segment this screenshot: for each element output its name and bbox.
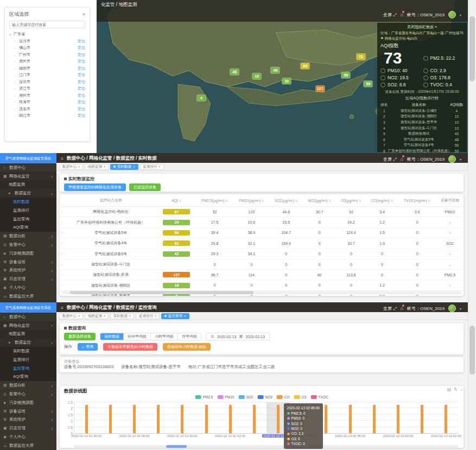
sidebar-item-数据中心[interactable]: ⌂数据中心 (0, 163, 56, 172)
chevron-down-icon[interactable]: ▾ (460, 157, 461, 161)
table-horizontal-scrollbar[interactable] (62, 291, 461, 294)
ranking-row[interactable]: 2微型站测试设备-潮阳区10 (380, 114, 464, 120)
tree-city-row[interactable]: ›珠海市定位 (9, 99, 85, 106)
sidebar-item-系统维护[interactable]: ⚙系统维护∨ (0, 267, 56, 275)
aqi-map-marker[interactable]: 4 (197, 95, 206, 101)
tab-监测排行[interactable]: 监测排行▾ (136, 313, 160, 319)
hamburger-icon[interactable]: ≡ (61, 156, 64, 161)
sidebar-item-地图监测[interactable]: 地图监测 (0, 181, 56, 189)
legend-item-CO[interactable]: CO (277, 395, 290, 399)
sidebar-item-监控查询[interactable]: 监控查询 (0, 215, 56, 224)
sidebar-item-数据分析[interactable]: ▤数据分析∨ (0, 232, 56, 240)
tab-地图监测[interactable]: 地图监测▾ (85, 313, 109, 319)
tree-city-row[interactable]: ›惠州市定位 (9, 58, 85, 65)
expand-icon[interactable]: › (61, 231, 62, 234)
tree-city-row[interactable]: ›茂名市定位 (9, 106, 85, 113)
locate-link[interactable]: 定位 (78, 106, 85, 112)
table-row[interactable]: ›微型站测试设备-斗门区0000000- (60, 259, 464, 269)
sidebar-item-AQI查询[interactable]: AQI查询 (0, 373, 56, 382)
sidebar-item-网格化监管[interactable]: ▦网格化监管∧ (0, 172, 56, 181)
bar-co[interactable] (421, 405, 423, 433)
aqi-map-marker[interactable]: 10 (252, 73, 261, 79)
tab-实时数据[interactable]: 实时数据▾ (110, 313, 134, 319)
bar-co[interactable] (157, 405, 160, 433)
bar-co[interactable] (229, 405, 232, 433)
legend-item-PM10[interactable]: PM10 (217, 395, 234, 399)
bar-co[interactable] (325, 405, 327, 433)
tab-监测排行[interactable]: 监测排行▾ (140, 164, 164, 170)
bar-co[interactable] (445, 405, 447, 433)
expand-icon[interactable]: › (61, 283, 62, 287)
sidebar-item-告警中心[interactable]: ◎告警中心∨ (0, 240, 56, 249)
table-row[interactable]: ›空气站测试设备6号4229.334.100000- (60, 249, 464, 259)
bar-co[interactable] (373, 405, 376, 433)
mode-option-实时数据[interactable]: 实时数据 (100, 333, 124, 340)
tab-监控查询[interactable]: 监控查询× (161, 313, 189, 319)
sidebar-item-监测排行[interactable]: 监测排行 (0, 206, 56, 215)
sidebar-item-AQI查询[interactable]: AQI查询 (0, 224, 56, 232)
bar-co[interactable] (253, 405, 256, 433)
sort-icon[interactable]: ⇅ (294, 199, 298, 202)
bar-co[interactable] (349, 405, 352, 433)
tree-province-row[interactable]: ▾广东省 (9, 31, 85, 38)
toolbox-line-icon[interactable]: ▤ (447, 387, 452, 392)
ranking-row[interactable]: 1微型站测试设备-云城区4 (380, 108, 464, 114)
expand-icon[interactable]: › (61, 263, 62, 267)
expand-icon[interactable]: › (61, 273, 62, 277)
locate-link[interactable]: 定位 (78, 93, 85, 98)
sort-icon[interactable]: ⇅ (178, 199, 182, 202)
sidebar-item-数据监控大屏[interactable]: ▭数据监控大屏 (0, 441, 56, 450)
sidebar-item-实时数据[interactable]: 实时数据 (0, 347, 56, 356)
close-icon[interactable]: × (184, 313, 186, 319)
chevron-down-icon[interactable]: ▾ (460, 13, 461, 17)
chevron-down-icon[interactable]: ▾ (155, 313, 156, 319)
tree-city-row[interactable]: ›佛山市定位 (9, 45, 85, 52)
sidebar-item-设备运维[interactable]: ⚒设备运维∨ (0, 407, 56, 416)
expand-icon[interactable]: › (61, 294, 62, 296)
ranking-row[interactable]: 7空气站测试设备4号56 (380, 143, 464, 149)
fullscreen-button[interactable]: 全屏 ⤢ (383, 306, 397, 312)
tree-city-row[interactable]: ›广州市定位 (9, 52, 85, 59)
bar-co[interactable] (109, 405, 112, 433)
chart-scrollbar[interactable] (74, 445, 458, 448)
chevron-down-icon[interactable]: ▾ (129, 313, 131, 319)
toolbox-save-icon[interactable]: ↓ (460, 387, 462, 392)
ranking-row[interactable]: 5数据校验测试40 (380, 131, 464, 137)
sidebar-item-网格化监管[interactable]: ▦网格化监管∧ (0, 321, 56, 330)
fullscreen-button[interactable]: 全屏 ⤢ (383, 156, 397, 162)
legend-item-PM2.5[interactable]: PM2.5 (195, 395, 213, 399)
avatar[interactable] (448, 11, 456, 18)
aqi-map-marker[interactable]: 10 (282, 78, 291, 84)
fill-missing-hour-data-button[interactable]: 大数据补齐缺失的小时数据 (103, 343, 157, 351)
sidebar-system-title[interactable]: 空气质量网格化监测监管系统 (0, 153, 56, 163)
tree-city-row[interactable]: ›深圳市定位 (9, 79, 85, 86)
notification-bell-icon[interactable]: ⌂ (401, 12, 403, 17)
expand-icon[interactable]: › (61, 242, 62, 245)
locate-link[interactable]: 定位 (78, 45, 85, 50)
tree-city-row[interactable]: ›揭阳市定位 (9, 65, 85, 72)
locate-link[interactable]: 定位 (78, 72, 85, 78)
table-row[interactable]: ›空气站测试设备4号8329.832.1159.4033.71.90SO2 (60, 238, 464, 249)
legend-item-TVOC[interactable]: TVOC (310, 395, 328, 399)
table-row[interactable]: ›网格化监控站-电白区875212344.630.7923.43.9PM10 (60, 207, 464, 217)
expand-icon[interactable]: › (61, 210, 62, 214)
sidebar-item-污染物溯源图[interactable]: ◈污染物溯源图 (0, 398, 56, 407)
locate-link[interactable]: 定位 (78, 79, 85, 85)
sidebar-item-数据分析[interactable]: ▤数据分析∨ (0, 381, 56, 390)
hamburger-icon[interactable]: ≡ (61, 305, 64, 310)
chevron-down-icon[interactable]: ▾ (460, 307, 461, 310)
locate-link[interactable]: 定位 (78, 39, 85, 44)
sidebar-item-数据监控[interactable]: ▸数据监控∧ (0, 338, 56, 347)
reselect-device-button[interactable]: 重新选择设备 (64, 333, 96, 340)
legend-item-SO2[interactable]: SO2 (238, 395, 253, 399)
aqi-map-marker[interactable]: 73 (357, 54, 365, 60)
bar-co[interactable] (397, 405, 399, 433)
sort-icon[interactable]: ⇅ (224, 199, 228, 202)
fullscreen-button[interactable]: 全屏 ⤢ (383, 12, 397, 18)
tree-city-row[interactable]: ›江门市定位 (9, 72, 85, 79)
chevron-down-icon[interactable]: ▾ (78, 313, 80, 319)
bar-co[interactable] (85, 405, 88, 433)
sidebar-item-个人中心[interactable]: ◉个人中心 (0, 433, 56, 441)
sort-icon[interactable]: ⇅ (261, 199, 264, 202)
chevron-down-icon[interactable]: ▾ (78, 164, 80, 169)
